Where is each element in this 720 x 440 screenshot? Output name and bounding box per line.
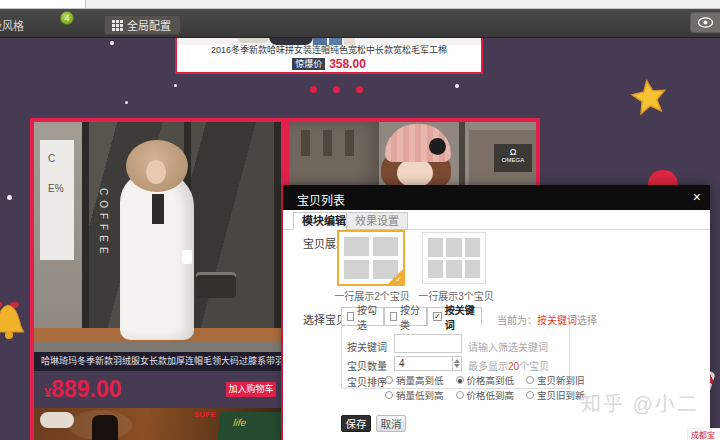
count-stepper[interactable] [452,357,461,370]
poster-text-1: C [48,153,55,164]
product-price-left: ¥889.00 [44,376,122,403]
count-input[interactable]: 4 [394,356,462,371]
eye-icon [698,17,713,28]
snow-dot [7,195,12,200]
checkbox-checked-icon[interactable]: ✓ [433,312,442,321]
snow-dot [174,84,177,87]
style-count-badge: 4 [60,11,74,25]
keyword-label: 按关键词 [347,339,387,354]
style-menu-label[interactable]: 设风格 [0,17,24,33]
carousel-dot[interactable] [356,86,363,93]
red-sign-text: SUPE [194,410,216,419]
radio-oldest-newest[interactable]: 宝贝旧到新 [526,388,585,402]
flag-text: life [233,417,247,428]
product-image-coat: C E% COFFEE [34,122,281,352]
poster-text-2: E% [48,183,64,194]
radio-icon[interactable] [526,376,534,384]
count-max: 20 [508,361,519,372]
mode-by-keyword[interactable]: ✓ 按关键词 [427,307,482,326]
check-icon: ✓ [395,275,402,284]
carousel-product-price: 358.00 [329,57,366,71]
product-list-modal: 宝贝列表 × 模块编辑 效果设置 宝贝展示 ✓ 一行展示2个宝贝 一行展示3个宝… [283,185,710,440]
checkbox-icon[interactable] [390,312,397,321]
keyword-input[interactable] [394,334,462,353]
sort-label: 宝贝排序 [347,374,387,389]
preview-button[interactable] [690,12,720,33]
product-price-row: ¥889.00 加入购物车 [34,371,281,408]
watermark: 知乎 @小二 [581,388,699,417]
snow-dot [110,41,114,45]
count-hint: 最多显示20个宝贝 [468,358,549,373]
radio-price-low-high[interactable]: 价格低到高 [456,388,515,402]
beanie-patch [429,138,446,155]
layout-option-3-per-row[interactable] [422,232,486,284]
radio-icon[interactable] [385,391,393,399]
product-card-left[interactable]: C E% COFFEE 哈琳琦玛冬季新款羽绒服女长款加厚连帽毛领大码过膝系带羽绒… [30,118,285,440]
radio-price-high-low[interactable]: 价格高到低 [456,373,515,387]
star-decoration-icon [629,77,670,118]
hot-price-badge: 惊爆价 [292,58,325,70]
grid-icon [112,20,123,31]
add-to-cart-button[interactable]: 加入购物车 [226,382,276,397]
modal-header: 宝贝列表 × [283,185,710,210]
browser-strip-segment [85,0,720,8]
count-value: 4 [399,358,405,369]
radio-sales-high-low[interactable]: 销量高到低 [385,373,444,387]
snow-dot [455,84,459,88]
product-title-left: 哈琳琦玛冬季新款羽绒服女长款加厚连帽毛领大码过膝系带羽绒外套 [34,352,281,371]
corner-partial-badge: 成都宝 [687,428,720,440]
close-icon[interactable]: × [693,189,701,205]
save-button[interactable]: 保存 [341,415,371,432]
omega-sign: Ω OMEGA [494,144,532,172]
bell-decoration-icon [0,296,30,346]
checkbox-icon[interactable] [347,312,354,321]
modal-title: 宝贝列表 [297,191,345,208]
product-image-next: SUPE life [34,408,281,440]
carousel-dot[interactable] [310,86,317,93]
cancel-button[interactable]: 取消 [376,415,406,432]
count-label: 宝贝数量 [347,358,387,373]
radio-newest-oldest[interactable]: 宝贝新到旧 [526,373,585,387]
screen: 设风格 4 全局配置 [0,0,720,440]
snow-dot [125,101,128,104]
radio-icon[interactable] [385,376,393,384]
browser-strip [0,0,720,9]
tab-effect-settings[interactable]: 效果设置 [346,212,408,230]
layout-option-2-per-row[interactable]: ✓ [337,230,405,286]
editor-toolbar: 设风格 4 全局配置 [0,9,720,38]
stepper-up-icon[interactable] [454,359,460,363]
radio-sales-low-high[interactable]: 销量低到高 [385,388,444,402]
keyword-hint: 请输入筛选关键词 [468,339,548,354]
global-config-label: 全局配置 [127,17,171,33]
stepper-down-icon[interactable] [454,364,460,368]
mode-by-check[interactable]: 按勾选 [341,307,384,326]
coffee-sign-text: COFFEE [98,188,109,259]
global-config-button[interactable]: 全局配置 [104,15,181,35]
radio-selected-icon[interactable] [456,376,464,384]
mode-by-category[interactable]: 按分类 [384,307,427,326]
carousel-dots [310,86,363,93]
carousel-dot[interactable] [333,86,340,93]
radio-icon[interactable] [456,391,464,399]
radio-icon[interactable] [526,391,534,399]
carousel-product-title: 2016冬季新款哈味拼女装连帽纯色宽松中长款宽松毛军工棉 [177,45,481,56]
